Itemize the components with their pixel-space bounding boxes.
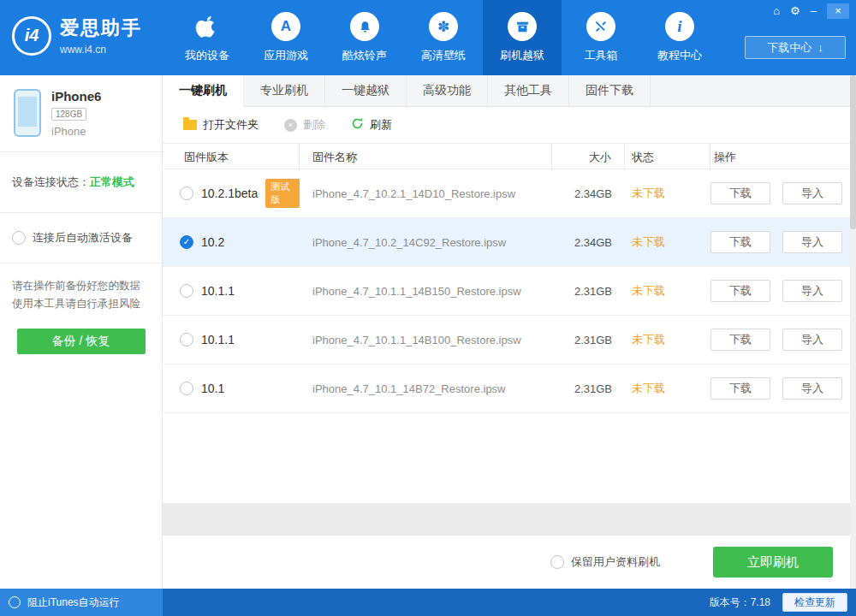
download-button[interactable]: 下载 bbox=[710, 280, 770, 302]
nav-ringtones[interactable]: 酷炫铃声 bbox=[325, 0, 404, 75]
import-button[interactable]: 导入 bbox=[782, 329, 842, 351]
box-icon bbox=[508, 12, 537, 41]
app-url: www.i4.cn bbox=[60, 44, 142, 56]
nav-label: 我的设备 bbox=[185, 48, 229, 63]
download-center-button[interactable]: 下载中心 ↓ bbox=[745, 36, 846, 59]
firmware-name: iPhone_4.7_10.1.1_14B100_Restore.ipsw bbox=[300, 334, 552, 346]
flash-now-button[interactable]: 立即刷机 bbox=[713, 547, 833, 578]
open-folder-label: 打开文件夹 bbox=[203, 117, 259, 133]
iphone-icon bbox=[14, 89, 41, 137]
nav-label: 高清壁纸 bbox=[421, 48, 466, 63]
header: i4 爱思助手 www.i4.cn 我的设备 A 应用游戏 酷炫铃声 bbox=[0, 0, 856, 75]
window-controls: ⌂ ⚙ – × bbox=[773, 3, 849, 19]
delete-label: 删除 bbox=[303, 117, 325, 133]
firmware-version: 10.1.1 bbox=[201, 333, 235, 346]
gear-icon[interactable]: ⚙ bbox=[790, 3, 800, 19]
appstore-icon: A bbox=[271, 12, 300, 41]
main-panel: 一键刷机 专业刷机 一键越狱 高级功能 其他工具 固件下载 打开文件夹 × 删除 bbox=[163, 75, 856, 589]
firmware-version: 10.2 bbox=[201, 235, 224, 249]
block-itunes-radio[interactable] bbox=[9, 596, 21, 608]
home-icon[interactable]: ⌂ bbox=[773, 3, 780, 19]
nav-wallpapers[interactable]: ✽ 高清壁纸 bbox=[404, 0, 483, 75]
minimize-icon[interactable]: – bbox=[811, 3, 817, 19]
tab-advanced-features[interactable]: 高级功能 bbox=[407, 75, 488, 106]
check-update-button[interactable]: 检查更新 bbox=[782, 593, 847, 612]
nav-tutorials[interactable]: i 教程中心 bbox=[640, 0, 719, 75]
nav-my-devices[interactable]: 我的设备 bbox=[168, 0, 247, 75]
connection-status-value: 正常模式 bbox=[90, 175, 134, 188]
refresh-button[interactable]: 刷新 bbox=[351, 117, 392, 133]
flash-action-bar: 保留用户资料刷机 立即刷机 bbox=[163, 536, 856, 589]
separator-band bbox=[163, 503, 856, 536]
device-info: iPhone6 128GB iPhone bbox=[0, 75, 162, 152]
tools-icon bbox=[586, 12, 615, 41]
app-title: 爱思助手 bbox=[60, 15, 142, 41]
download-button[interactable]: 下载 bbox=[710, 182, 770, 204]
firmware-size: 2.31GB bbox=[552, 285, 625, 298]
firmware-name: iPhone_4.7_10.2_14C92_Restore.ipsw bbox=[300, 236, 552, 249]
close-icon[interactable]: × bbox=[827, 3, 849, 19]
firmware-radio[interactable] bbox=[180, 333, 193, 346]
tab-one-click-flash[interactable]: 一键刷机 bbox=[163, 75, 244, 107]
connection-status-section: 设备连接状态：正常模式 bbox=[0, 152, 162, 213]
table-row: 10.1 iPhone_4.7_10.1_14B72_Restore.ipsw … bbox=[163, 364, 856, 413]
tab-one-click-jailbreak[interactable]: 一键越狱 bbox=[325, 75, 407, 106]
download-center-label: 下载中心 bbox=[767, 40, 811, 56]
firmware-radio[interactable] bbox=[180, 284, 193, 298]
keep-user-data-radio[interactable] bbox=[550, 555, 564, 569]
status-bar: 阻止iTunes自动运行 版本号：7.18 检查更新 bbox=[0, 589, 856, 616]
table-row: 10.1.1 iPhone_4.7_10.1.1_14B150_Restore.… bbox=[163, 267, 856, 316]
logo-monogram: i4 bbox=[25, 26, 39, 45]
import-button[interactable]: 导入 bbox=[782, 182, 842, 204]
connection-status-label: 设备连接状态： bbox=[12, 175, 90, 188]
delete-button[interactable]: × 删除 bbox=[284, 117, 325, 133]
backup-warning: 请在操作前备份好您的数据 使用本工具请自行承担风险 bbox=[0, 264, 162, 322]
refresh-label: 刷新 bbox=[370, 117, 392, 133]
col-size: 大小 bbox=[552, 144, 625, 170]
tab-firmware-download[interactable]: 固件下载 bbox=[569, 75, 651, 106]
backup-restore-button[interactable]: 备份 / 恢复 bbox=[17, 329, 146, 354]
table-row: 10.2.1beta 测试版 iPhone_4.7_10.2.1_14D10_R… bbox=[163, 169, 856, 218]
col-firmware-version: 固件版本 bbox=[163, 144, 300, 170]
firmware-version: 10.1 bbox=[201, 382, 224, 395]
firmware-radio-checked[interactable]: ✓ bbox=[180, 235, 193, 249]
import-button[interactable]: 导入 bbox=[782, 231, 842, 253]
block-itunes-label: 阻止iTunes自动运行 bbox=[27, 595, 120, 610]
open-folder-button[interactable]: 打开文件夹 bbox=[183, 117, 259, 133]
app-window: i4 爱思助手 www.i4.cn 我的设备 A 应用游戏 酷炫铃声 bbox=[0, 0, 856, 616]
table-header: 固件版本 固件名称 大小 状态 操作 bbox=[163, 143, 856, 169]
firmware-name: iPhone_4.7_10.2.1_14D10_Restore.ipsw bbox=[300, 187, 552, 200]
import-button[interactable]: 导入 bbox=[782, 377, 842, 400]
nav-apps-games[interactable]: A 应用游戏 bbox=[247, 0, 325, 75]
table-empty-area bbox=[163, 413, 856, 503]
flower-icon: ✽ bbox=[429, 12, 458, 41]
table-row: 10.1.1 iPhone_4.7_10.1.1_14B100_Restore.… bbox=[163, 316, 856, 364]
tab-other-tools[interactable]: 其他工具 bbox=[488, 75, 569, 106]
firmware-size: 2.31GB bbox=[552, 334, 625, 346]
download-button[interactable]: 下载 bbox=[710, 377, 770, 400]
folder-icon bbox=[183, 120, 197, 130]
tab-pro-flash[interactable]: 专业刷机 bbox=[244, 75, 325, 106]
scrollbar-thumb[interactable] bbox=[850, 75, 856, 229]
firmware-radio[interactable] bbox=[180, 382, 193, 395]
download-button[interactable]: 下载 bbox=[710, 329, 770, 351]
vertical-scrollbar[interactable] bbox=[850, 75, 856, 589]
firmware-version: 10.2.1beta bbox=[201, 187, 258, 200]
download-button[interactable]: 下载 bbox=[710, 231, 770, 253]
nav-toolbox[interactable]: 工具箱 bbox=[562, 0, 640, 75]
refresh-icon bbox=[351, 117, 364, 133]
firmware-size: 2.31GB bbox=[552, 382, 625, 395]
nav-flash-jailbreak[interactable]: 刷机越狱 bbox=[483, 0, 562, 75]
nav-label: 刷机越狱 bbox=[500, 48, 544, 63]
keep-user-data-option: 保留用户资料刷机 bbox=[550, 554, 660, 570]
firmware-status: 未下载 bbox=[625, 332, 710, 347]
firmware-radio[interactable] bbox=[180, 187, 193, 200]
firmware-version: 10.1.1 bbox=[201, 284, 235, 298]
beta-badge: 测试版 bbox=[265, 179, 300, 208]
device-name: iPhone6 bbox=[51, 89, 101, 104]
auto-activate-radio[interactable] bbox=[12, 231, 26, 245]
logo-icon: i4 bbox=[12, 16, 51, 56]
device-capacity-badge: 128GB bbox=[51, 108, 86, 121]
import-button[interactable]: 导入 bbox=[782, 280, 842, 302]
col-status: 状态 bbox=[625, 144, 710, 170]
